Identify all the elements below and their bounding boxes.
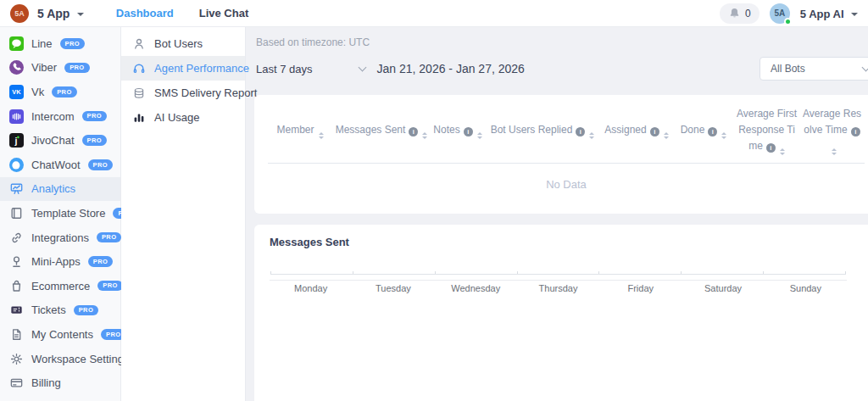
workspace-switcher[interactable]: 5 App: [37, 6, 84, 21]
top-navbar: 5A 5 App Dashboard Live Chat 0 5A 5 App …: [0, 0, 868, 27]
notifications-button[interactable]: 0: [720, 3, 760, 24]
column-header-avg-resolve-time[interactable]: Average Resolve Time: [799, 106, 865, 154]
vk-icon: VK: [9, 85, 24, 99]
axis-label: Wednesday: [435, 283, 517, 293]
date-range-dropdown[interactable]: Last 7 days: [256, 63, 365, 75]
workspace-avatar[interactable]: 5A: [10, 4, 29, 23]
pro-badge: PRO: [97, 232, 121, 243]
axis-label: Tuesday: [352, 283, 434, 293]
sidebar-item-line[interactable]: Line PRO: [0, 31, 120, 56]
info-icon: [576, 127, 585, 136]
sidebar-item-billing[interactable]: Billing: [0, 370, 120, 395]
pro-badge: PRO: [82, 111, 107, 122]
submenu-item-agent-performance[interactable]: Agent Performance: [121, 56, 245, 81]
online-status-dot: [784, 18, 792, 25]
svg-text:j: j: [14, 136, 18, 146]
selected-date-range: Jan 21, 2026 - Jan 27, 2026: [377, 62, 525, 75]
credit-card-icon: [9, 376, 24, 390]
column-header-member[interactable]: Member: [268, 122, 332, 139]
sort-icon: [319, 132, 324, 139]
sidebar-item-integrations[interactable]: Integrations PRO: [0, 226, 120, 250]
column-header-avg-first-response-time[interactable]: Average First Response Time: [734, 106, 799, 154]
sort-icon: [477, 132, 482, 139]
messages-sent-chart-card: Messages Sent Monday Tuesday Wednesday T…: [254, 225, 868, 401]
tab-dashboard[interactable]: Dashboard: [116, 7, 174, 19]
axis-label: Saturday: [682, 283, 764, 293]
info-icon: [708, 127, 717, 136]
caret-down-icon: [77, 13, 84, 16]
bot-filter-select[interactable]: All Bots: [760, 57, 868, 81]
sidebar-item-intercom[interactable]: Intercom PRO: [0, 104, 120, 129]
submenu-item-sms-delivery-report[interactable]: SMS Delivery Report: [121, 81, 245, 105]
chart-x-axis: Monday Tuesday Wednesday Thursday Friday…: [270, 271, 847, 293]
sort-icon: [589, 132, 594, 139]
chevron-down-icon: [358, 64, 366, 72]
pro-badge: PRO: [97, 281, 122, 292]
book-icon: [9, 206, 24, 220]
info-icon: [650, 127, 659, 136]
agent-performance-table: Member Messages Sent Notes Bot Users Rep…: [254, 95, 868, 214]
axis-label: Thursday: [517, 283, 599, 293]
submenu-item-bot-users[interactable]: Bot Users: [121, 31, 245, 56]
document-icon: [9, 327, 24, 342]
column-header-assigned[interactable]: Assigned: [600, 122, 673, 139]
user-avatar[interactable]: 5A: [770, 3, 790, 24]
sidebar-item-tickets[interactable]: Tickets PRO: [0, 298, 120, 323]
analytics-submenu: Bot Users Agent Performance SMS Delivery…: [121, 27, 246, 401]
link-icon: [9, 231, 24, 245]
pro-badge: PRO: [64, 63, 89, 74]
sort-icon: [422, 132, 427, 139]
axis-tick-row: [270, 271, 846, 275]
line-icon: [9, 36, 24, 51]
sort-icon: [832, 148, 837, 155]
sidebar-item-jivochat[interactable]: j JivoChat PRO: [0, 128, 120, 153]
sidebar-item-analytics[interactable]: Analytics: [0, 177, 120, 202]
database-icon: [132, 86, 146, 100]
sidebar-item-ecommerce[interactable]: Ecommerce PRO: [0, 274, 120, 298]
sidebar-item-mini-apps[interactable]: Mini-Apps PRO: [0, 249, 120, 274]
chevron-down-icon: [862, 64, 868, 72]
axis-label-row: Monday Tuesday Wednesday Thursday Friday…: [270, 281, 847, 293]
caret-down-icon: [851, 13, 858, 16]
axis-label: Monday: [270, 283, 352, 293]
axis-label: Friday: [599, 283, 682, 293]
table-header-row: Member Messages Sent Notes Bot Users Rep…: [254, 95, 868, 163]
shopping-bag-icon: [9, 279, 24, 293]
notification-count: 0: [745, 8, 751, 19]
analytics-icon: [9, 181, 24, 196]
column-header-messages-sent[interactable]: Messages Sent: [332, 122, 431, 139]
tab-live-chat[interactable]: Live Chat: [199, 7, 249, 19]
jivochat-icon: j: [9, 133, 24, 148]
user-name: 5 App AI: [800, 8, 844, 20]
pro-badge: PRO: [88, 256, 113, 267]
submenu-item-ai-usage[interactable]: AI Usage: [121, 105, 245, 130]
sidebar-item-my-contents[interactable]: My Contents PRO: [0, 322, 120, 347]
sidebar-item-chatwoot[interactable]: ChatWoot PRO: [0, 153, 120, 177]
sort-icon: [664, 132, 669, 139]
bar-chart-icon: [132, 111, 146, 125]
sidebar-item-vk[interactable]: VK Vk PRO: [0, 80, 120, 104]
column-header-bot-users-replied[interactable]: Bot Users Replied: [485, 122, 600, 139]
table-empty-state: No Data: [254, 164, 868, 214]
viber-icon: [9, 60, 24, 75]
sidebar-item-template-store[interactable]: Template Store PRO: [0, 201, 120, 226]
svg-text:VK: VK: [12, 88, 21, 96]
sidebar-item-viber[interactable]: Viber PRO: [0, 56, 120, 81]
primary-sidebar: Line PRO Viber PRO VK Vk PRO Intercom PR…: [0, 27, 121, 401]
headset-icon: [132, 62, 146, 75]
date-range-label: Last 7 days: [256, 63, 313, 75]
sort-icon: [780, 148, 785, 155]
user-menu[interactable]: 5 App AI: [800, 6, 858, 21]
chart-title: Messages Sent: [270, 236, 863, 248]
sort-icon: [721, 132, 726, 139]
column-header-done[interactable]: Done: [673, 122, 734, 139]
timezone-note: Based on timezone: UTC: [256, 36, 868, 48]
main-content: Based on timezone: UTC Last 7 days Jan 2…: [246, 27, 868, 401]
sidebar-item-workspace-settings[interactable]: Workspace Settings: [0, 347, 120, 371]
pro-badge: PRO: [74, 305, 98, 316]
pro-badge: PRO: [82, 135, 107, 146]
pro-badge: PRO: [88, 159, 113, 170]
bell-icon: [728, 7, 741, 19]
gear-icon: [9, 352, 24, 366]
column-header-notes[interactable]: Notes: [431, 122, 485, 139]
